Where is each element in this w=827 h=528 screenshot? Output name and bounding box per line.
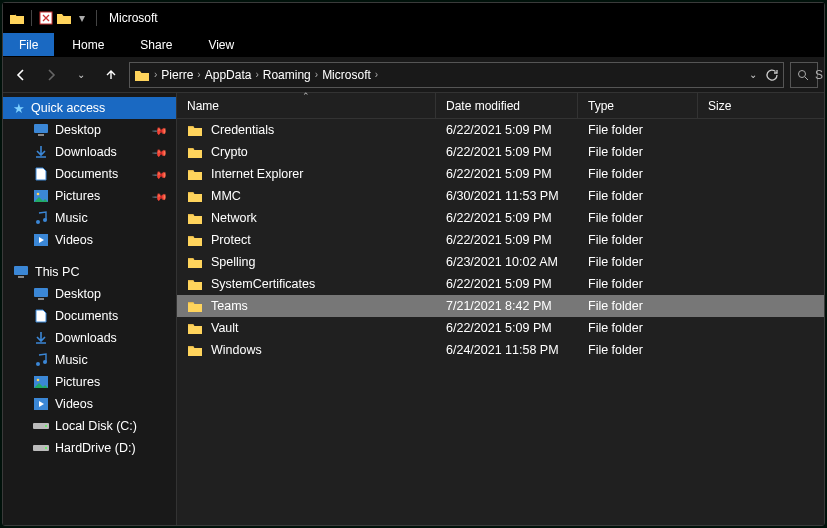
svg-point-21 — [45, 447, 47, 449]
sidebar-item-label: Local Disk (C:) — [55, 419, 137, 433]
refresh-icon[interactable] — [765, 68, 779, 82]
forward-button[interactable] — [39, 63, 63, 87]
svg-rect-11 — [34, 288, 48, 297]
file-name: SystemCertificates — [211, 277, 315, 291]
file-name: Windows — [211, 343, 262, 357]
file-type: File folder — [578, 277, 698, 291]
sidebar-item-documents[interactable]: Documents📌 — [3, 163, 176, 185]
file-date: 6/22/2021 5:09 PM — [436, 277, 578, 291]
svg-point-7 — [43, 218, 47, 222]
this-pc-root[interactable]: This PC — [3, 261, 176, 283]
sidebar-item-music[interactable]: Music — [3, 207, 176, 229]
column-size[interactable]: Size — [698, 93, 798, 118]
recent-locations-button[interactable]: ⌄ — [69, 63, 93, 87]
table-row[interactable]: Windows6/24/2021 11:58 PMFile folder — [177, 339, 824, 361]
sidebar-item-documents[interactable]: Documents — [3, 305, 176, 327]
breadcrumb[interactable]: Pierre› — [161, 68, 200, 82]
folder-icon — [187, 299, 203, 313]
navigation-pane: ★ Quick access Desktop📌Downloads📌Documen… — [3, 93, 177, 525]
table-row[interactable]: Network6/22/2021 5:09 PMFile folder — [177, 207, 824, 229]
explorer-window: ▾ Microsoft File Home Share View ⌄ › Pie… — [2, 2, 825, 526]
search-icon — [797, 69, 809, 81]
sidebar-item-label: Pictures — [55, 189, 100, 203]
svg-point-5 — [37, 193, 40, 196]
downloads-icon — [33, 330, 49, 346]
chevron-right-icon[interactable]: › — [154, 69, 157, 80]
file-date: 6/24/2021 11:58 PM — [436, 343, 578, 357]
sidebar-item-desktop[interactable]: Desktop📌 — [3, 119, 176, 141]
tab-share[interactable]: Share — [122, 33, 190, 56]
sidebar-item-downloads[interactable]: Downloads📌 — [3, 141, 176, 163]
sidebar-item-videos[interactable]: Videos — [3, 229, 176, 251]
file-date: 6/22/2021 5:09 PM — [436, 123, 578, 137]
sidebar-item-label: Desktop — [55, 287, 101, 301]
file-date: 6/22/2021 5:09 PM — [436, 233, 578, 247]
nav-bar: ⌄ › Pierre› AppData› Roaming› Microsoft›… — [3, 57, 824, 93]
sort-ascending-icon: ⌃ — [302, 91, 310, 101]
address-bar[interactable]: › Pierre› AppData› Roaming› Microsoft› ⌄ — [129, 62, 784, 88]
chevron-right-icon[interactable]: › — [255, 69, 258, 80]
table-row[interactable]: Protect6/22/2021 5:09 PMFile folder — [177, 229, 824, 251]
table-row[interactable]: Internet Explorer6/22/2021 5:09 PMFile f… — [177, 163, 824, 185]
table-row[interactable]: MMC6/30/2021 11:53 PMFile folder — [177, 185, 824, 207]
breadcrumb[interactable]: AppData› — [205, 68, 259, 82]
chevron-right-icon[interactable]: › — [375, 69, 378, 80]
chevron-right-icon[interactable]: › — [197, 69, 200, 80]
file-type: File folder — [578, 255, 698, 269]
disk-icon — [33, 440, 49, 456]
breadcrumb[interactable]: Roaming› — [263, 68, 318, 82]
folder-icon — [187, 123, 203, 137]
chevron-right-icon[interactable]: › — [315, 69, 318, 80]
sidebar-item-downloads[interactable]: Downloads — [3, 327, 176, 349]
column-name[interactable]: ⌃ Name — [177, 93, 436, 118]
tab-view[interactable]: View — [190, 33, 252, 56]
sidebar-item-desktop[interactable]: Desktop — [3, 283, 176, 305]
sidebar-item-pictures[interactable]: Pictures📌 — [3, 185, 176, 207]
column-header: ⌃ Name Date modified Type Size — [177, 93, 824, 119]
file-name: Protect — [211, 233, 251, 247]
tab-home[interactable]: Home — [54, 33, 122, 56]
pin-icon: 📌 — [152, 166, 168, 182]
properties-icon[interactable] — [38, 10, 54, 26]
file-tab[interactable]: File — [3, 33, 54, 56]
sidebar-item-videos[interactable]: Videos — [3, 393, 176, 415]
table-row[interactable]: Teams7/21/2021 8:42 PMFile folder — [177, 295, 824, 317]
folder-icon — [187, 145, 203, 159]
file-type: File folder — [578, 343, 698, 357]
address-dropdown-icon[interactable]: ⌄ — [749, 69, 757, 80]
column-type[interactable]: Type — [578, 93, 698, 118]
body: ★ Quick access Desktop📌Downloads📌Documen… — [3, 93, 824, 525]
file-name: Network — [211, 211, 257, 225]
crumb-label: Roaming — [263, 68, 311, 82]
column-size-label: Size — [708, 99, 731, 113]
up-button[interactable] — [99, 63, 123, 87]
quick-access-root[interactable]: ★ Quick access — [3, 97, 176, 119]
new-folder-icon[interactable] — [56, 10, 72, 26]
sidebar-item-harddrive-d-[interactable]: HardDrive (D:) — [3, 437, 176, 459]
svg-point-6 — [36, 220, 40, 224]
table-row[interactable]: Vault6/22/2021 5:09 PMFile folder — [177, 317, 824, 339]
folder-icon — [187, 343, 203, 357]
sidebar-item-pictures[interactable]: Pictures — [3, 371, 176, 393]
table-row[interactable]: Spelling6/23/2021 10:02 AMFile folder — [177, 251, 824, 273]
table-row[interactable]: Credentials6/22/2021 5:09 PMFile folder — [177, 119, 824, 141]
documents-icon — [33, 308, 49, 324]
column-date[interactable]: Date modified — [436, 93, 578, 118]
sidebar-item-local-disk-c-[interactable]: Local Disk (C:) — [3, 415, 176, 437]
sidebar-item-label: Documents — [55, 167, 118, 181]
sidebar-item-label: Music — [55, 211, 88, 225]
pc-icon — [13, 265, 29, 279]
crumb-label: Pierre — [161, 68, 193, 82]
breadcrumb[interactable]: Microsoft› — [322, 68, 378, 82]
svg-point-1 — [799, 70, 806, 77]
table-row[interactable]: SystemCertificates6/22/2021 5:09 PMFile … — [177, 273, 824, 295]
sidebar-item-label: Music — [55, 353, 88, 367]
table-row[interactable]: Crypto6/22/2021 5:09 PMFile folder — [177, 141, 824, 163]
qat-customize-icon[interactable]: ▾ — [74, 10, 90, 26]
sidebar-item-label: Videos — [55, 233, 93, 247]
sidebar-item-music[interactable]: Music — [3, 349, 176, 371]
folder-icon — [187, 321, 203, 335]
search-box[interactable]: S — [790, 62, 818, 88]
back-button[interactable] — [9, 63, 33, 87]
search-placeholder: S — [815, 68, 823, 82]
